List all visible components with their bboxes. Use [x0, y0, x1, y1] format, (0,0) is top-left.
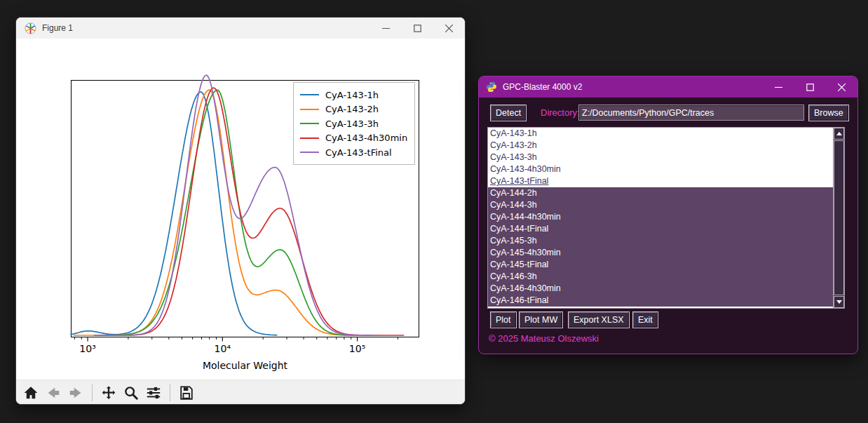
close-button[interactable] [433, 18, 465, 39]
minimize-button[interactable] [763, 76, 794, 98]
legend-line-swatch [300, 137, 319, 139]
legend-entry: CyA-143-4h30min [300, 131, 407, 146]
x-tick-label: 10³ [79, 343, 95, 354]
legend-line-swatch [300, 109, 319, 110]
legend-line-swatch [300, 123, 319, 124]
list-item[interactable]: CyA-143-1h [488, 128, 833, 140]
file-list-items: CyA-143-1hCyA-143-2hCyA-143-3hCyA-143-4h… [488, 128, 833, 308]
x-tick-label: 10⁵ [349, 343, 365, 354]
legend-label: CyA-143-3h [325, 119, 379, 129]
legend-entry: CyA-143-tFinal [300, 145, 407, 160]
configure-subplots-icon[interactable] [144, 384, 163, 402]
maximize-button[interactable] [402, 18, 433, 39]
directory-label: Directory: [541, 107, 580, 118]
forward-icon[interactable] [67, 384, 85, 402]
legend-entry: CyA-143-1h [300, 88, 407, 102]
figure-window-controls [370, 18, 465, 39]
app-body: Detect Directory: Browse CyA-143-1hCyA-1… [479, 98, 857, 354]
list-item[interactable]: CyA-143-tFinal [488, 175, 833, 187]
list-item[interactable]: CyA-144-2h [488, 187, 833, 199]
scroll-down-arrow-icon [836, 300, 842, 304]
desktop: Figure 1 10³10⁴10⁵ CyA-143-1hCyA-143-2hC… [0, 0, 868, 423]
list-item[interactable]: CyA-146-tFinal [488, 295, 833, 307]
pan-icon[interactable] [100, 384, 118, 402]
scrollbar-thumb[interactable] [834, 140, 844, 295]
zoom-to-rect-icon[interactable] [122, 384, 140, 402]
list-item[interactable]: CyA-143-4h30min [488, 163, 833, 175]
app-window-title: GPC-Blaster 4000 v2 [503, 82, 582, 92]
save-icon[interactable] [177, 384, 196, 402]
python-logo-icon [486, 81, 497, 93]
list-item[interactable]: CyA-145-tFinal [488, 259, 833, 271]
scrollbar-trough[interactable] [834, 140, 844, 296]
export-xlsx-button[interactable]: Export XLSX [568, 311, 630, 328]
legend-label: CyA-143-4h30min [325, 133, 407, 143]
close-button[interactable] [826, 76, 857, 98]
scroll-up-arrow-icon [836, 132, 842, 135]
figure-window-title: Figure 1 [42, 23, 73, 33]
plot-button[interactable]: Plot [490, 311, 517, 328]
directory-input[interactable] [578, 105, 804, 121]
figure-titlebar[interactable]: Figure 1 [16, 18, 465, 39]
scroll-up-button[interactable] [834, 128, 844, 140]
list-item[interactable]: CyA-144-3h [488, 199, 833, 211]
detect-button[interactable]: Detect [490, 105, 527, 121]
back-icon[interactable] [44, 384, 62, 402]
legend-entry: CyA-143-2h [300, 102, 407, 117]
file-listbox[interactable]: CyA-143-1hCyA-143-2hCyA-143-3hCyA-143-4h… [487, 127, 845, 309]
gpc-app-window: GPC-Blaster 4000 v2 Detect Directory: Br… [478, 76, 858, 354]
plot-mw-button[interactable]: Plot MW [519, 311, 563, 328]
copyright-text: © 2025 Mateusz Olszewski [489, 333, 599, 344]
list-item[interactable]: CyA-145-3h [488, 235, 833, 247]
toolbar-separator [170, 384, 170, 401]
list-item[interactable]: CyA-146-4h30min [488, 283, 833, 295]
toolbar-separator [92, 384, 93, 401]
app-window-controls [763, 76, 857, 98]
home-icon[interactable] [22, 384, 40, 402]
scroll-down-button[interactable] [834, 296, 844, 308]
matplotlib-toolbar [16, 380, 465, 405]
legend-label: CyA-143-1h [325, 90, 379, 100]
list-item[interactable]: CyA-145-4h30min [488, 247, 833, 259]
legend-label: CyA-143-tFinal [325, 147, 392, 158]
list-item[interactable]: CyA-144-4h30min [488, 211, 833, 223]
plot-legend: CyA-143-1hCyA-143-2hCyA-143-3hCyA-143-4h… [293, 82, 415, 165]
figure-window: Figure 1 10³10⁴10⁵ CyA-143-1hCyA-143-2hC… [15, 17, 466, 405]
app-titlebar[interactable]: GPC-Blaster 4000 v2 [479, 76, 857, 98]
list-item[interactable]: CyA-146-3h [488, 271, 833, 283]
exit-button[interactable]: Exit [632, 311, 658, 328]
matplotlib-logo-icon [25, 22, 36, 34]
browse-button[interactable]: Browse [808, 105, 849, 121]
minimize-button[interactable] [370, 18, 402, 39]
legend-line-swatch [300, 152, 319, 153]
list-item[interactable]: CyA-144-tFinal [488, 223, 833, 235]
listbox-scrollbar[interactable] [833, 128, 844, 308]
list-item[interactable]: CyA-143-2h [488, 140, 833, 152]
x-axis-label: Molecular Weight [71, 360, 419, 371]
x-tick-label: 10⁴ [215, 343, 231, 354]
list-item[interactable]: CyA-143-3h [488, 152, 833, 163]
maximize-button[interactable] [794, 76, 826, 98]
figure-canvas[interactable]: 10³10⁴10⁵ CyA-143-1hCyA-143-2hCyA-143-3h… [16, 39, 465, 380]
legend-entry: CyA-143-3h [300, 116, 407, 131]
legend-line-swatch [300, 94, 319, 95]
legend-label: CyA-143-2h [325, 104, 379, 114]
